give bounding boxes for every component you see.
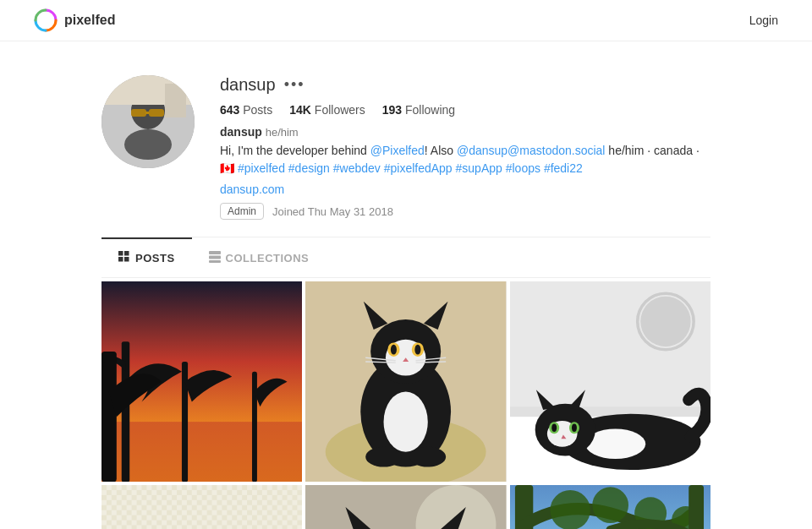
svg-rect-11 — [118, 251, 123, 256]
svg-rect-5 — [149, 109, 164, 117]
svg-point-34 — [391, 345, 397, 355]
svg-rect-13 — [118, 257, 123, 262]
svg-rect-23 — [102, 352, 117, 482]
username: dansup — [220, 75, 276, 95]
photo-grid — [102, 281, 710, 529]
svg-rect-108 — [689, 485, 704, 529]
followers-label: Followers — [315, 103, 365, 117]
profile-stats: 643 Posts 14K Followers 193 Following — [220, 103, 710, 117]
hashtag-design[interactable]: #design — [288, 161, 330, 175]
hashtag-webdev[interactable]: #webdev — [333, 161, 381, 175]
posts-label: Posts — [243, 103, 272, 117]
svg-rect-15 — [209, 251, 221, 254]
tab-posts-label: POSTS — [135, 252, 175, 264]
brand-name: pixelfed — [64, 13, 115, 28]
profile-bio: Hi, I'm the developer behind @Pixelfed! … — [220, 142, 710, 177]
svg-rect-6 — [145, 112, 149, 114]
website-link[interactable]: dansup.com — [220, 183, 710, 196]
photo-5[interactable] — [305, 485, 506, 529]
pixelfed-logo-icon — [34, 8, 58, 32]
profile-section: dansup ••• 643 Posts 14K Followers 193 F… — [102, 58, 710, 237]
svg-rect-19 — [102, 422, 302, 482]
hashtag-loops[interactable]: #loops — [506, 161, 540, 175]
profile-menu-icon[interactable]: ••• — [284, 76, 305, 94]
hashtag-pixelfedapp[interactable]: #pixelfedApp — [384, 161, 453, 175]
svg-rect-4 — [131, 109, 146, 117]
posts-stat: 643 Posts — [220, 103, 272, 117]
profile-tabs: POSTS COLLECTIONS — [102, 237, 710, 278]
photo-4[interactable] — [102, 485, 302, 529]
svg-point-35 — [415, 345, 421, 355]
mastodon-link[interactable]: @dansup@mastodon.social — [457, 144, 606, 157]
svg-point-55 — [551, 424, 557, 432]
profile-info: dansup ••• 643 Posts 14K Followers 193 F… — [220, 75, 710, 220]
svg-rect-22 — [252, 372, 257, 483]
svg-rect-16 — [209, 256, 221, 259]
svg-point-104 — [550, 490, 590, 529]
followers-count: 14K — [289, 103, 311, 117]
photo-1[interactable] — [102, 281, 302, 482]
svg-point-41 — [366, 447, 403, 467]
svg-point-46 — [640, 297, 690, 346]
tab-posts[interactable]: POSTS — [102, 237, 192, 277]
following-count: 193 — [382, 103, 402, 117]
posts-tab-icon — [118, 251, 130, 265]
svg-rect-12 — [124, 251, 129, 256]
display-name: dansup — [220, 125, 262, 139]
hashtag-fedi22[interactable]: #fedi22 — [544, 161, 583, 175]
pronouns: he/him — [266, 126, 299, 139]
svg-point-7 — [124, 129, 172, 160]
hashtag-supapp[interactable]: #supApp — [456, 161, 502, 175]
following-label: Following — [405, 103, 455, 117]
svg-rect-9 — [165, 84, 186, 117]
top-nav: pixelfed Login — [0, 0, 812, 41]
login-button[interactable]: Login — [749, 14, 778, 27]
brand-logo[interactable]: pixelfed — [34, 8, 115, 32]
avatar — [102, 75, 195, 168]
followers-stat: 14K Followers — [289, 103, 365, 117]
svg-point-42 — [410, 447, 447, 467]
posts-count: 643 — [220, 103, 239, 117]
photo-2[interactable] — [305, 281, 506, 482]
pixelfed-link[interactable]: @Pixelfed — [370, 144, 425, 157]
svg-point-27 — [384, 392, 428, 452]
tab-collections[interactable]: COLLECTIONS — [192, 237, 326, 277]
main-content: dansup ••• 643 Posts 14K Followers 193 F… — [85, 41, 727, 529]
following-stat: 193 Following — [382, 103, 455, 117]
photo-3[interactable] — [510, 281, 710, 482]
hashtag-pixelfed[interactable]: #pixelfed — [238, 161, 285, 175]
photo-6[interactable] — [510, 485, 710, 529]
avatar-image — [102, 75, 195, 168]
admin-badge: Admin — [220, 203, 264, 220]
svg-rect-17 — [209, 260, 221, 263]
profile-badge-row: Admin Joined Thu May 31 2018 — [220, 203, 710, 220]
tab-collections-label: COLLECTIONS — [226, 252, 310, 264]
avatar-wrap — [102, 75, 195, 220]
display-name-row: dansup he/him — [220, 125, 710, 139]
joined-text: Joined Thu May 31 2018 — [272, 205, 393, 218]
collections-tab-icon — [209, 251, 221, 265]
svg-rect-21 — [182, 362, 188, 482]
svg-point-105 — [592, 488, 628, 524]
svg-rect-63 — [102, 485, 302, 529]
svg-point-56 — [572, 424, 577, 432]
svg-rect-14 — [124, 257, 129, 262]
username-row: dansup ••• — [220, 75, 710, 95]
